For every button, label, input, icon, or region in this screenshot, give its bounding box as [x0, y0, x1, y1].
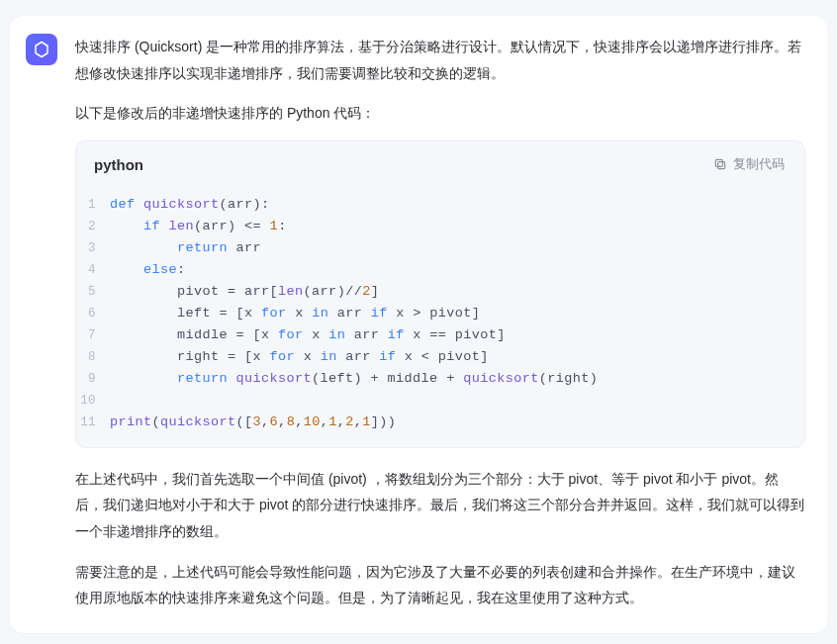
line-content: left = [x for x in arr if x > pivot] — [110, 303, 804, 324]
line-content: def quicksort(arr): — [110, 194, 804, 216]
message-content: 快速排序 (Quicksort) 是一种常用的排序算法，基于分治策略进行设计。默… — [75, 34, 805, 611]
line-number: 1 — [76, 194, 110, 216]
line-number: 7 — [76, 324, 110, 346]
copy-code-button[interactable]: 复制代码 — [709, 153, 789, 175]
line-content: pivot = arr[len(arr)//2] — [110, 281, 804, 303]
line-number: 11 — [76, 412, 110, 433]
code-line: 9 return quicksort(left) + middle + quic… — [76, 368, 804, 390]
code-line: 3 return arr — [76, 237, 804, 259]
line-content: middle = [x for x in arr if x == pivot] — [110, 324, 804, 346]
code-line: 2 if len(arr) <= 1: — [76, 216, 804, 237]
svg-rect-0 — [718, 162, 725, 169]
code-line: 4 else: — [76, 259, 804, 281]
copy-icon — [713, 157, 727, 171]
line-content: return quicksort(left) + middle + quicks… — [110, 368, 804, 390]
paragraph: 快速排序 (Quicksort) 是一种常用的排序算法，基于分治策略进行设计。默… — [75, 34, 805, 86]
assistant-message: 快速排序 (Quicksort) 是一种常用的排序算法，基于分治策略进行设计。默… — [10, 16, 827, 633]
paragraph: 在上述代码中，我们首先选取一个中间值 (pivot) ，将数组划分为三个部分：大… — [75, 466, 805, 545]
code-line: 11print(quicksort([3,6,8,10,1,2,1])) — [76, 412, 804, 433]
svg-rect-1 — [715, 160, 722, 167]
line-content: return arr — [110, 237, 804, 259]
paragraph: 以下是修改后的非递增快速排序的 Python 代码： — [75, 100, 805, 127]
code-line: 8 right = [x for x in arr if x < pivot] — [76, 346, 804, 368]
hexagon-icon — [33, 41, 50, 58]
code-line: 5 pivot = arr[len(arr)//2] — [76, 281, 804, 303]
line-number: 2 — [76, 216, 110, 237]
line-number: 8 — [76, 346, 110, 368]
line-number: 4 — [76, 259, 110, 281]
line-content: if len(arr) <= 1: — [110, 216, 804, 237]
code-line: 6 left = [x for x in arr if x > pivot] — [76, 303, 804, 324]
code-header: python 复制代码 — [76, 141, 804, 188]
copy-code-label: 复制代码 — [733, 155, 785, 173]
line-number: 5 — [76, 281, 110, 303]
code-line: 7 middle = [x for x in arr if x == pivot… — [76, 324, 804, 346]
code-line: 1def quicksort(arr): — [76, 194, 804, 216]
line-number: 6 — [76, 303, 110, 324]
paragraph: 需要注意的是，上述代码可能会导致性能问题，因为它涉及了大量不必要的列表创建和合并… — [75, 559, 805, 611]
assistant-avatar — [26, 34, 57, 65]
line-number: 10 — [76, 390, 110, 412]
line-content: right = [x for x in arr if x < pivot] — [110, 346, 804, 368]
code-block: python 复制代码 1def quicksort(arr):2 if len… — [75, 140, 805, 448]
line-content: print(quicksort([3,6,8,10,1,2,1])) — [110, 412, 804, 433]
line-number: 3 — [76, 237, 110, 259]
line-content: else: — [110, 259, 804, 281]
code-language-label: python — [94, 151, 143, 178]
code-body: 1def quicksort(arr):2 if len(arr) <= 1:3… — [76, 188, 804, 447]
code-line: 10 — [76, 390, 804, 412]
line-number: 9 — [76, 368, 110, 390]
